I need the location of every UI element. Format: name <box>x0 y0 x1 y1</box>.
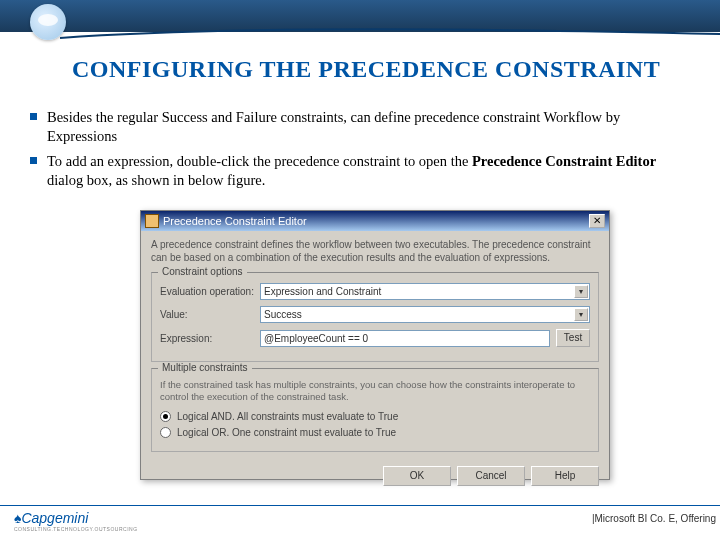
chevron-down-icon[interactable]: ▾ <box>574 308 588 321</box>
constraint-options-group: Constraint options Evaluation operation:… <box>151 272 599 362</box>
dialog-button-row: OK Cancel Help <box>141 462 609 494</box>
dialog-title-text: Precedence Constraint Editor <box>163 215 307 227</box>
value-select[interactable]: Success ▾ <box>260 306 590 323</box>
precedence-constraint-editor-dialog: Precedence Constraint Editor ✕ A precede… <box>140 210 610 480</box>
bullet-square-icon <box>30 113 37 120</box>
radio-icon[interactable] <box>160 427 171 438</box>
eval-operation-value: Expression and Constraint <box>264 286 381 297</box>
eval-operation-label: Evaluation operation: <box>160 286 260 297</box>
eval-operation-select[interactable]: Expression and Constraint ▾ <box>260 283 590 300</box>
bullet-item: To add an expression, double-click the p… <box>30 152 690 190</box>
radio-logical-or[interactable]: Logical OR. One constraint must evaluate… <box>160 427 590 438</box>
bullet-text: To add an expression, double-click the p… <box>47 152 690 190</box>
slide-title: CONFIGURING THE PRECEDENCE CONSTRAINT <box>72 56 660 83</box>
dialog-titlebar[interactable]: Precedence Constraint Editor ✕ <box>141 211 609 231</box>
radio-label: Logical AND. All constraints must evalua… <box>177 411 398 422</box>
group-legend: Constraint options <box>158 266 247 277</box>
ok-button[interactable]: OK <box>383 466 451 486</box>
spade-icon: ♠ <box>14 510 21 526</box>
bullet-text: Besides the regular Success and Failure … <box>47 108 690 146</box>
expression-value: @EmployeeCount == 0 <box>264 333 368 344</box>
multiple-constraints-desc: If the constrained task has multiple con… <box>160 379 590 403</box>
footer-divider <box>0 505 720 506</box>
bullet-item: Besides the regular Success and Failure … <box>30 108 690 146</box>
footer-right-text: |Microsoft BI Co. E, Offering <box>592 513 716 524</box>
expression-input[interactable]: @EmployeeCount == 0 <box>260 330 550 347</box>
radio-icon[interactable] <box>160 411 171 422</box>
expression-label: Expression: <box>160 333 260 344</box>
dialog-icon <box>145 214 159 228</box>
multiple-constraints-group: Multiple constraints If the constrained … <box>151 368 599 452</box>
help-button[interactable]: Help <box>531 466 599 486</box>
bullet-square-icon <box>30 157 37 164</box>
brand-logo: ♠Capgemini CONSULTING.TECHNOLOGY.OUTSOUR… <box>14 510 138 532</box>
cancel-button[interactable]: Cancel <box>457 466 525 486</box>
test-button[interactable]: Test <box>556 329 590 347</box>
group-legend: Multiple constraints <box>158 362 252 373</box>
value-value: Success <box>264 309 302 320</box>
radio-label: Logical OR. One constraint must evaluate… <box>177 427 396 438</box>
bullet-list: Besides the regular Success and Failure … <box>30 108 690 195</box>
value-label: Value: <box>160 309 260 320</box>
dialog-description: A precedence constraint defines the work… <box>151 239 599 264</box>
close-icon[interactable]: ✕ <box>589 214 605 228</box>
chevron-down-icon[interactable]: ▾ <box>574 285 588 298</box>
brand-tagline: CONSULTING.TECHNOLOGY.OUTSOURCING <box>14 526 138 532</box>
brand-name: Capgemini <box>21 510 88 526</box>
swoosh-divider <box>60 28 720 48</box>
radio-logical-and[interactable]: Logical AND. All constraints must evalua… <box>160 411 590 422</box>
